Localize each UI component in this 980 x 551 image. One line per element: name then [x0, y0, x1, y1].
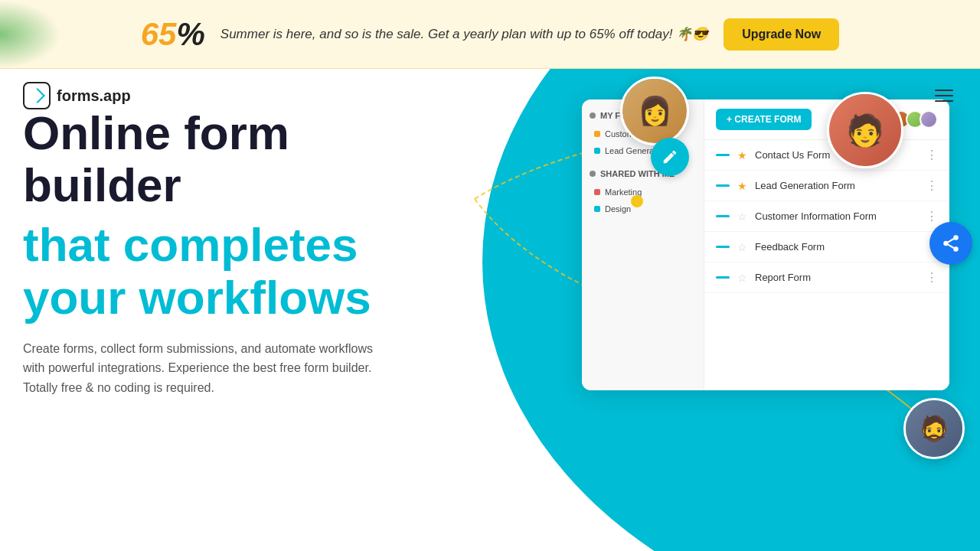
folder-icon-red: [594, 189, 600, 195]
navigation: forms.app: [0, 69, 980, 122]
sidebar-item-design[interactable]: Design: [590, 201, 696, 217]
folder-icon-teal-2: [594, 206, 600, 212]
star-empty-3[interactable]: ☆: [737, 210, 747, 223]
star-empty-5[interactable]: ☆: [737, 272, 747, 284]
banner-decoration-left: [0, 0, 61, 69]
connector-dot: [631, 195, 643, 207]
logo[interactable]: forms.app: [23, 82, 131, 109]
banner-percent: 65%: [141, 16, 205, 53]
upgrade-now-button[interactable]: Upgrade Now: [724, 18, 839, 51]
svg-line-4: [948, 239, 953, 242]
logo-arrow-icon: [30, 88, 45, 103]
share-icon: [941, 233, 961, 253]
hamburger-line-2: [935, 95, 953, 96]
star-filled-1[interactable]: ★: [737, 149, 747, 161]
form-row-feedback[interactable]: ☆ Feedback Form ⋮: [704, 232, 949, 262]
star-empty-4[interactable]: ☆: [737, 241, 747, 253]
form-bar-4: [716, 246, 730, 248]
sidebar-share-icon: [590, 171, 596, 177]
form-bar-1: [716, 154, 730, 156]
form-row-contact[interactable]: ★ Contact Us Form ⋮: [704, 140, 949, 171]
avatar-3: 🧔: [903, 398, 965, 459]
pencil-icon: [662, 148, 678, 165]
hamburger-line-1: [935, 90, 953, 91]
form-row-customer-info[interactable]: ☆ Customer Information Form ⋮: [704, 201, 949, 232]
logo-text: forms.app: [57, 87, 131, 105]
hero-title: Online form builder: [23, 107, 429, 211]
form-menu-5[interactable]: ⋮: [926, 270, 938, 285]
edit-button[interactable]: [651, 138, 689, 176]
svg-point-2: [953, 246, 959, 252]
form-bar-2: [716, 184, 730, 187]
svg-line-3: [948, 245, 953, 248]
form-bar-3: [716, 215, 730, 217]
banner-text: Summer is here, and so is the sale. Get …: [220, 26, 708, 42]
hamburger-menu[interactable]: [931, 86, 957, 106]
hero-content: Online form builder that completes your …: [23, 107, 429, 398]
svg-point-1: [943, 241, 949, 246]
form-list: ★ Contact Us Form ⋮ ★ Lead Generation Fo…: [704, 140, 949, 293]
form-menu-2[interactable]: ⋮: [926, 178, 938, 193]
form-menu-1[interactable]: ⋮: [926, 148, 938, 162]
hero-subtitle: that completes your workflows: [23, 219, 429, 323]
star-filled-2[interactable]: ★: [737, 180, 747, 192]
svg-point-0: [953, 235, 959, 240]
share-button[interactable]: [929, 222, 972, 265]
promo-banner: 65% Summer is here, and so is the sale. …: [0, 0, 980, 69]
form-menu-3[interactable]: ⋮: [926, 209, 938, 223]
main-panel: + CREATE FORM ★ Contact Us Form ⋮: [704, 99, 949, 390]
form-row-report[interactable]: ☆ Report Form ⋮: [704, 262, 949, 293]
hamburger-line-3: [935, 100, 953, 102]
form-row-lead-gen[interactable]: ★ Lead Generation Form ⋮: [704, 171, 949, 201]
sidebar-shared-section: SHARED WITH ME Marketing Design: [590, 169, 696, 217]
sidebar-item-marketing[interactable]: Marketing: [590, 184, 696, 200]
form-bar-5: [716, 276, 730, 279]
folder-icon-teal: [594, 148, 600, 154]
hero-section: Online form builder that completes your …: [0, 69, 980, 551]
folder-icon-orange: [594, 131, 600, 137]
hero-body: Create forms, collect form submissions, …: [23, 339, 390, 398]
logo-icon: [23, 82, 51, 109]
